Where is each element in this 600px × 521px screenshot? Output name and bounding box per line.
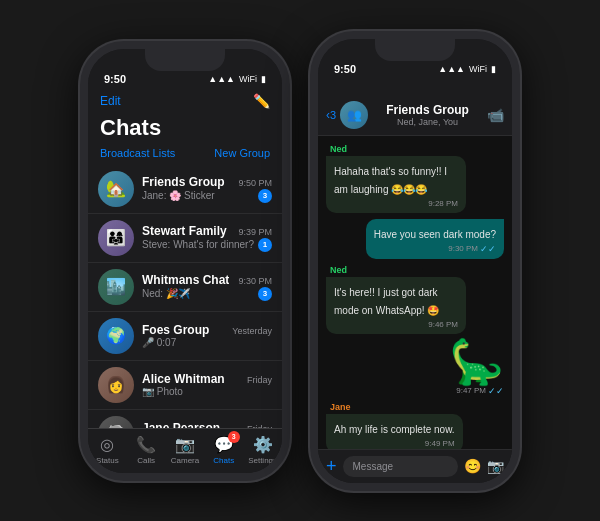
nav-label-chats: Chats	[213, 456, 234, 465]
status-icons-right: ▲▲▲ WiFi ▮	[438, 64, 496, 74]
battery-icon-right: ▮	[491, 64, 496, 74]
message-input[interactable]: Message	[343, 456, 458, 477]
chat-item-friends-group[interactable]: 🏡 Friends Group 9:50 PM Jane: 🌸 Sticker …	[88, 165, 282, 214]
chat-name-stewart: Stewart Family	[142, 224, 227, 238]
camera-input-icon[interactable]: 📷	[487, 458, 504, 474]
chat-preview-stewart: Steve: What's for dinner?	[142, 239, 254, 250]
sticker-dinosaur: 🦕	[449, 337, 504, 386]
avatar-alice: 👩	[98, 367, 134, 403]
status-icons-left: ▲▲▲ WiFi ▮	[208, 74, 266, 84]
bubble-out-1: Have you seen dark mode? 9:30 PM ✓✓	[366, 219, 504, 259]
message-placeholder: Message	[353, 461, 394, 472]
msg-time-out-1: 9:30 PM ✓✓	[374, 244, 496, 254]
group-name-header: Friends Group	[386, 103, 469, 117]
time-left: 9:50	[104, 73, 126, 85]
chat-item-alice[interactable]: 👩 Alice Whitman Friday 📷 Photo	[88, 361, 282, 410]
signal-icon: ▲▲▲	[208, 74, 235, 84]
emoji-icon[interactable]: 😊	[464, 458, 481, 474]
back-button[interactable]: ‹ 3	[326, 108, 336, 122]
chat-preview-foes: 🎤 0:07	[142, 337, 272, 348]
status-bar-left: 9:50 ▲▲▲ WiFi ▮	[88, 49, 282, 89]
msg-text-ned-1: Hahaha that's so funny!! I am laughing 😂…	[334, 166, 447, 195]
chat-view-info: Friends Group Ned, Jane, You	[372, 103, 483, 127]
ticks-sticker-out: ✓✓	[488, 386, 504, 396]
chat-time-alice: Friday	[247, 375, 272, 385]
avatar-stewart-family: 👨‍👩‍👧	[98, 220, 134, 256]
bubble-jane-1: Ah my life is complete now. 9:49 PM	[326, 414, 463, 449]
timestamp-ned-2: 9:46 PM	[428, 320, 458, 329]
msg-text-ned-2: It's here!! I just got dark mode on What…	[334, 287, 439, 316]
broadcast-bar: Broadcast Lists New Group	[88, 145, 282, 165]
chat-time-stewart: 9:39 PM	[238, 227, 272, 237]
right-phone: 9:50 ▲▲▲ WiFi ▮ ‹ 3 👥 Friends Group Ned,…	[310, 31, 520, 491]
msg-time-ned-2: 9:46 PM	[334, 320, 458, 329]
chat-info-stewart-family: Stewart Family 9:39 PM Steve: What's for…	[142, 224, 272, 252]
chat-info-friends-group: Friends Group 9:50 PM Jane: 🌸 Sticker 3	[142, 175, 272, 203]
message-ned-2: Ned It's here!! I just got dark mode on …	[326, 265, 504, 334]
avatar-emoji-stewart: 👨‍👩‍👧	[106, 228, 126, 247]
chat-item-whitmans[interactable]: 🏙️ Whitmans Chat 9:30 PM Ned: 🎉✈️ 3	[88, 263, 282, 312]
chat-top-friends: Friends Group 9:50 PM	[142, 175, 272, 189]
unread-badge-friends: 3	[258, 189, 272, 203]
time-right: 9:50	[334, 63, 356, 75]
compose-icon[interactable]: ✏️	[253, 93, 270, 109]
chat-view-screen: 9:50 ▲▲▲ WiFi ▮ ‹ 3 👥 Friends Group Ned,…	[318, 39, 512, 483]
chat-input-bar: + Message 😊 📷	[318, 449, 512, 483]
broadcast-lists-button[interactable]: Broadcast Lists	[100, 147, 175, 159]
nav-item-status[interactable]: ◎ Status	[88, 435, 127, 465]
chat-item-stewart-family[interactable]: 👨‍👩‍👧 Stewart Family 9:39 PM Steve: What…	[88, 214, 282, 263]
unread-badge-whitmans: 3	[258, 287, 272, 301]
signal-icon-right: ▲▲▲	[438, 64, 465, 74]
chats-nav-badge: 3	[228, 431, 240, 443]
message-out-1: Have you seen dark mode? 9:30 PM ✓✓	[326, 219, 504, 259]
chat-name-friends: Friends Group	[142, 175, 225, 189]
group-members-header: Ned, Jane, You	[397, 117, 458, 127]
avatar-foes-group: 🌍	[98, 318, 134, 354]
msg-text-jane-1: Ah my life is complete now.	[334, 424, 455, 435]
nav-label-settings: Settings	[248, 456, 277, 465]
edit-button[interactable]: Edit	[100, 94, 121, 108]
nav-item-calls[interactable]: 📞 Calls	[127, 435, 166, 465]
chats-nav-badge-wrap: 💬 3	[214, 435, 234, 454]
chat-preview-alice: 📷 Photo	[142, 386, 272, 397]
new-group-button[interactable]: New Group	[214, 147, 270, 159]
chats-header: Edit ✏️	[88, 89, 282, 115]
chat-list: 🏡 Friends Group 9:50 PM Jane: 🌸 Sticker …	[88, 165, 282, 428]
chat-name-whitmans: Whitmans Chat	[142, 273, 229, 287]
msg-text-out-1: Have you seen dark mode?	[374, 229, 496, 240]
msg-time-sticker-out: 9:47 PM ✓✓	[449, 386, 504, 396]
chat-top-stewart: Stewart Family 9:39 PM	[142, 224, 272, 238]
message-jane-1: Jane Ah my life is complete now. 9:49 PM	[326, 402, 504, 449]
avatar-emoji-whitmans: 🏙️	[106, 277, 126, 296]
chat-time-foes: Yesterday	[232, 326, 272, 336]
add-attachment-button[interactable]: +	[326, 456, 337, 477]
chat-top-whitmans: Whitmans Chat 9:30 PM	[142, 273, 272, 287]
ticks-out-1: ✓✓	[480, 244, 496, 254]
sender-ned-1: Ned	[326, 144, 347, 154]
avatar-whitmans-chat: 🏙️	[98, 269, 134, 305]
nav-item-camera[interactable]: 📷 Camera	[166, 435, 205, 465]
chat-name-foes: Foes Group	[142, 323, 209, 337]
chat-item-jane[interactable]: 🧓 Jane Pearson Friday How are you doing?	[88, 410, 282, 428]
sender-jane-1: Jane	[326, 402, 351, 412]
timestamp-sticker-out: 9:47 PM	[456, 386, 486, 395]
chat-info-whitmans: Whitmans Chat 9:30 PM Ned: 🎉✈️ 3	[142, 273, 272, 301]
timestamp-out-1: 9:30 PM	[448, 244, 478, 253]
chat-preview-whitmans: Ned: 🎉✈️	[142, 288, 190, 299]
chat-view-header: ‹ 3 👥 Friends Group Ned, Jane, You 📹	[318, 79, 512, 136]
chat-info-alice: Alice Whitman Friday 📷 Photo	[142, 372, 272, 397]
calls-nav-icon: 📞	[136, 435, 156, 454]
chat-time-whitmans: 9:30 PM	[238, 276, 272, 286]
timestamp-jane-1: 9:49 PM	[425, 439, 455, 448]
chat-item-foes[interactable]: 🌍 Foes Group Yesterday 🎤 0:07	[88, 312, 282, 361]
message-sticker-out: 🦕 9:47 PM ✓✓	[326, 340, 504, 396]
bubble-ned-2: It's here!! I just got dark mode on What…	[326, 277, 466, 334]
sender-ned-2: Ned	[326, 265, 347, 275]
video-call-icon[interactable]: 📹	[487, 107, 504, 123]
timestamp-ned-1: 9:28 PM	[428, 199, 458, 208]
avatar-jane: 🧓	[98, 416, 134, 428]
nav-item-chats[interactable]: 💬 3 Chats	[204, 435, 243, 465]
nav-item-settings[interactable]: ⚙️ Settings	[243, 435, 282, 465]
nav-label-camera: Camera	[171, 456, 199, 465]
chat-time-friends: 9:50 PM	[238, 178, 272, 188]
